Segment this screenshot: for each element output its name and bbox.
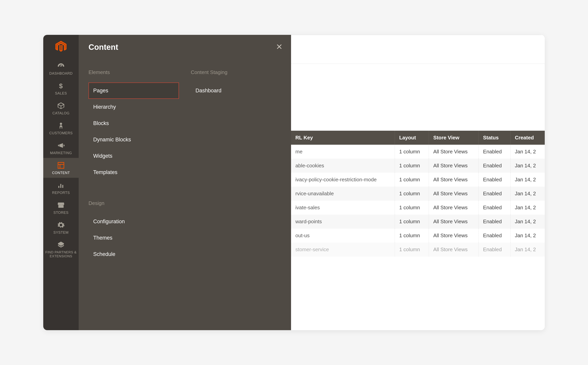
cell-store-view: All Store Views <box>429 187 479 201</box>
svg-text:$: $ <box>59 82 63 90</box>
page-header-area <box>291 35 545 64</box>
nav-marketing[interactable]: MARKETING <box>43 138 79 158</box>
flyout-link-templates[interactable]: Templates <box>88 164 179 181</box>
nav-stores[interactable]: STORES <box>43 198 79 218</box>
cell-layout: 1 column <box>395 173 429 187</box>
cell-url-key: able-cookies <box>291 159 395 173</box>
flyout-link-blocks[interactable]: Blocks <box>88 115 179 132</box>
flyout-link-pages[interactable]: Pages <box>88 83 179 99</box>
cell-store-view: All Store Views <box>429 173 479 187</box>
cell-status: Enabled <box>479 243 511 257</box>
group-design-title: Design <box>88 200 179 206</box>
content-flyout: Content Elements Pages Hierarchy Blocks … <box>79 35 291 330</box>
cell-store-view: All Store Views <box>429 215 479 229</box>
cell-layout: 1 column <box>395 229 429 243</box>
cell-created: Jan 14, 2 <box>510 173 545 187</box>
cell-created: Jan 14, 2 <box>510 145 545 159</box>
cell-status: Enabled <box>479 173 511 187</box>
admin-sidebar: DASHBOARD $ SALES CATALOG CUSTOMERS <box>43 35 79 330</box>
nav-reports-label: REPORTS <box>52 191 70 195</box>
flyout-link-hierarchy[interactable]: Hierarchy <box>88 99 179 115</box>
cell-layout: 1 column <box>395 215 429 229</box>
col-status[interactable]: Status <box>479 131 511 145</box>
flyout-link-configuration[interactable]: Configuration <box>88 213 179 230</box>
cell-url-key: me <box>291 145 395 159</box>
cell-store-view: All Store Views <box>429 229 479 243</box>
flyout-link-themes[interactable]: Themes <box>88 230 179 246</box>
cell-created: Jan 14, 2 <box>510 229 545 243</box>
pages-grid: RL Key Layout Store View Status Created … <box>291 131 545 257</box>
table-row[interactable]: me 1 column All Store Views Enabled Jan … <box>291 145 545 159</box>
nav-dashboard[interactable]: DASHBOARD <box>43 58 79 78</box>
flyout-link-widgets[interactable]: Widgets <box>88 148 179 164</box>
nav-content[interactable]: CONTENT <box>43 158 79 178</box>
nav-content-label: CONTENT <box>52 171 70 175</box>
cell-url-key: stomer-service <box>291 243 395 257</box>
dollar-icon: $ <box>57 82 65 90</box>
cell-status: Enabled <box>479 229 511 243</box>
nav-partners[interactable]: FIND PARTNERS & EXTENSIONS <box>43 238 79 261</box>
col-url-key[interactable]: RL Key <box>291 131 395 145</box>
toolbar-area <box>291 64 545 131</box>
bars-icon <box>57 181 65 189</box>
table-row[interactable]: able-cookies 1 column All Store Views En… <box>291 159 545 173</box>
cell-url-key: ivate-sales <box>291 201 395 215</box>
cell-status: Enabled <box>479 159 511 173</box>
group-elements-title: Elements <box>88 69 179 75</box>
nav-sales-label: SALES <box>55 91 67 96</box>
table-row[interactable]: ward-points 1 column All Store Views Ena… <box>291 215 545 229</box>
layout-icon <box>57 161 65 169</box>
flyout-link-dynamic-blocks[interactable]: Dynamic Blocks <box>88 132 179 148</box>
cell-created: Jan 14, 2 <box>510 215 545 229</box>
gauge-icon <box>57 62 65 70</box>
cell-store-view: All Store Views <box>429 159 479 173</box>
table-row[interactable]: ivacy-policy-cookie-restriction-mode 1 c… <box>291 173 545 187</box>
col-created[interactable]: Created <box>510 131 545 145</box>
table-row[interactable]: stomer-service 1 column All Store Views … <box>291 243 545 257</box>
col-store-view[interactable]: Store View <box>429 131 479 145</box>
nav-system[interactable]: SYSTEM <box>43 218 79 238</box>
cell-url-key: out-us <box>291 229 395 243</box>
cell-layout: 1 column <box>395 201 429 215</box>
nav-customers[interactable]: CUSTOMERS <box>43 118 79 138</box>
puzzle-icon <box>57 241 65 249</box>
store-icon <box>57 201 65 209</box>
main-content: RL Key Layout Store View Status Created … <box>291 35 545 330</box>
app-window: DASHBOARD $ SALES CATALOG CUSTOMERS <box>43 35 545 330</box>
cell-url-key: ward-points <box>291 215 395 229</box>
gear-icon <box>57 221 65 229</box>
cell-url-key: rvice-unavailable <box>291 187 395 201</box>
group-staging-title: Content Staging <box>191 69 281 75</box>
nav-partners-label: FIND PARTNERS & EXTENSIONS <box>43 250 79 258</box>
table-row[interactable]: out-us 1 column All Store Views Enabled … <box>291 229 545 243</box>
flyout-close-button[interactable] <box>276 43 283 50</box>
magento-logo <box>53 39 69 55</box>
cell-layout: 1 column <box>395 187 429 201</box>
col-layout[interactable]: Layout <box>395 131 429 145</box>
cell-layout: 1 column <box>395 243 429 257</box>
nav-reports[interactable]: REPORTS <box>43 178 79 198</box>
cell-status: Enabled <box>479 187 511 201</box>
cell-status: Enabled <box>479 145 511 159</box>
nav-catalog[interactable]: CATALOG <box>43 98 79 118</box>
nav-catalog-label: CATALOG <box>53 111 70 115</box>
close-icon <box>276 43 283 50</box>
nav-marketing-label: MARKETING <box>50 151 72 155</box>
cell-created: Jan 14, 2 <box>510 201 545 215</box>
magento-logo-icon <box>55 41 67 53</box>
flyout-link-schedule[interactable]: Schedule <box>88 246 179 262</box>
cell-store-view: All Store Views <box>429 243 479 257</box>
flyout-link-staging-dashboard[interactable]: Dashboard <box>191 83 281 99</box>
cell-layout: 1 column <box>395 145 429 159</box>
table-row[interactable]: rvice-unavailable 1 column All Store Vie… <box>291 187 545 201</box>
nav-system-label: SYSTEM <box>53 231 68 235</box>
nav-stores-label: STORES <box>54 211 69 215</box>
cell-status: Enabled <box>479 201 511 215</box>
cell-created: Jan 14, 2 <box>510 187 545 201</box>
nav-customers-label: CUSTOMERS <box>49 131 73 135</box>
table-row[interactable]: ivate-sales 1 column All Store Views Ena… <box>291 201 545 215</box>
nav-sales[interactable]: $ SALES <box>43 78 79 98</box>
nav-dashboard-label: DASHBOARD <box>49 71 73 76</box>
cell-created: Jan 14, 2 <box>510 243 545 257</box>
cell-url-key: ivacy-policy-cookie-restriction-mode <box>291 173 395 187</box>
